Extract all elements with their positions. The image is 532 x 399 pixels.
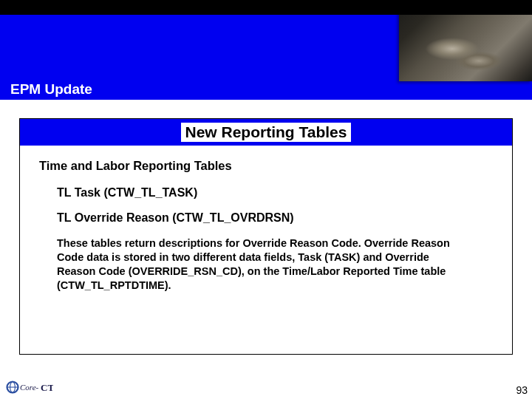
table-name-2: TL Override Reason (CTW_TL_OVRDRSN): [57, 211, 493, 225]
table-description: These tables return descriptions for Ove…: [57, 236, 493, 293]
svg-text:Core-: Core-: [20, 383, 39, 392]
svg-text:CT: CT: [41, 382, 53, 393]
page-number: 93: [516, 384, 528, 396]
slide-banner: EPM Update: [0, 0, 532, 100]
content-panel: New Reporting Tables Time and Labor Repo…: [19, 118, 513, 355]
table-name-1: TL Task (CTW_TL_TASK): [57, 186, 493, 200]
content-header-bar: New Reporting Tables: [20, 119, 512, 146]
content-body: Time and Labor Reporting Tables TL Task …: [20, 146, 512, 293]
core-ct-logo: Core- CT: [6, 380, 53, 395]
keyboard-photo: [399, 0, 532, 81]
slide-category-title: EPM Update: [10, 81, 92, 98]
content-header-text: New Reporting Tables: [184, 123, 349, 141]
section-title: Time and Labor Reporting Tables: [39, 159, 493, 173]
